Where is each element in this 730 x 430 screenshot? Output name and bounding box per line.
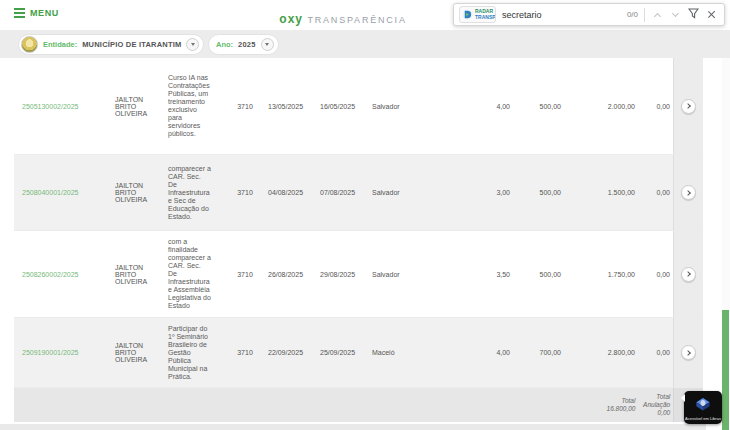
- pinned-action-column: [673, 231, 703, 317]
- find-next-button[interactable]: [669, 7, 681, 23]
- annulment-total: Total Anulação 0,00: [638, 388, 673, 422]
- caret-down-icon: [191, 43, 195, 46]
- daily-quantity: 4,00: [463, 103, 513, 110]
- entity-value: MUNICÍPIO DE ITARANTIM: [82, 40, 181, 49]
- destination: Salvador: [369, 189, 463, 196]
- row-detail-button[interactable]: [681, 99, 696, 114]
- grand-total-value: 16.800,00: [568, 405, 636, 413]
- radar-transparencia-extension-chip[interactable]: RADAR TRANSP: [459, 6, 496, 23]
- annulment-total-value: 0,00: [641, 409, 670, 417]
- daily-unit-value: 500,00: [513, 271, 564, 278]
- annulment-value: 0,00: [638, 103, 673, 110]
- pinned-action-column: [673, 318, 703, 387]
- table-row: 2508040001/2025 JAILTON BRITO OLIVEIRA c…: [14, 155, 703, 231]
- departure-date: 13/05/2025: [265, 103, 317, 110]
- vertical-scrollbar-track[interactable]: [722, 58, 730, 424]
- footer-spacer: [19, 388, 565, 422]
- requester-name: JAILTON BRITO OLIVEIRA: [112, 182, 165, 203]
- radar-extension-icon: [462, 6, 473, 23]
- total-value: 1.500,00: [564, 189, 638, 196]
- chevron-up-icon: [653, 12, 660, 19]
- logo-transparencia-text: TRANSPARÊNCIA: [307, 15, 406, 25]
- grand-total-label: Total: [568, 397, 636, 405]
- grand-total: Total 16.800,00: [565, 388, 639, 422]
- daily-quantity: 3,00: [463, 189, 513, 196]
- extension-name: RADAR TRANSP: [475, 9, 496, 20]
- trip-description: Participar do 1º Seminário Brasileiro de…: [165, 320, 225, 386]
- process-number-link[interactable]: 2505130002/2025: [19, 103, 112, 110]
- diarias-table: 2505130002/2025 JAILTON BRITO OLIVEIRA C…: [14, 58, 703, 422]
- total-value: 1.750,00: [564, 271, 638, 278]
- trip-description: Curso IA nas Contratações Públicas, um t…: [165, 69, 225, 143]
- topbar: MENU oxy TRANSPARÊNCIA RADAR TRANSP secr…: [0, 0, 730, 30]
- process-number-link[interactable]: 2509190001/2025: [19, 349, 112, 356]
- find-filter-button[interactable]: [687, 7, 699, 23]
- annulment-value: 0,00: [638, 189, 673, 196]
- total-value: 2.800,00: [564, 349, 638, 356]
- row-detail-button[interactable]: [681, 185, 696, 200]
- vlibras-widget[interactable]: Acessível em Libras: [684, 391, 722, 424]
- chevron-down-icon: [671, 9, 678, 16]
- menu-button[interactable]: MENU: [14, 8, 59, 18]
- close-icon: [707, 10, 716, 19]
- oxy-transparencia-app: MENU oxy TRANSPARÊNCIA RADAR TRANSP secr…: [0, 0, 730, 430]
- total-value: 2.000,00: [564, 103, 638, 110]
- departure-date: 26/08/2025: [265, 271, 317, 278]
- daily-unit-value: 500,00: [513, 189, 564, 196]
- return-date: 07/08/2025: [317, 189, 369, 196]
- find-in-page-bar: RADAR TRANSP secretario 0/0: [453, 3, 725, 26]
- destination: Salvador: [369, 103, 463, 110]
- logo-oxy-text: oxy: [279, 12, 303, 26]
- entity-crest-icon: [21, 36, 38, 53]
- annulment-value: 0,00: [638, 349, 673, 356]
- budget-code: 3710: [225, 349, 265, 356]
- destination: Salvador: [369, 271, 463, 278]
- process-number-link[interactable]: 2508260002/2025: [19, 271, 112, 278]
- table-row: 2505130002/2025 JAILTON BRITO OLIVEIRA C…: [14, 58, 703, 155]
- menu-label: MENU: [30, 8, 59, 18]
- annulment-value: 0,00: [638, 271, 673, 278]
- destination: Maceió: [369, 349, 463, 356]
- find-previous-button[interactable]: [651, 7, 663, 23]
- horizontal-scrollbar-track[interactable]: [0, 424, 706, 430]
- row-detail-button[interactable]: [681, 345, 696, 360]
- totals-footer-row: Total 16.800,00 Total Anulação 0,00: [14, 388, 703, 422]
- year-value: 2025: [238, 40, 256, 49]
- process-number-link[interactable]: 2508040001/2025: [19, 189, 112, 196]
- entity-dropdown-caret[interactable]: [186, 38, 199, 51]
- departure-date: 04/08/2025: [265, 189, 317, 196]
- trip-description: com a finalidade comparecer a CAR. Sec. …: [165, 233, 225, 315]
- caret-down-icon: [265, 43, 269, 46]
- daily-unit-value: 700,00: [513, 349, 564, 356]
- chevron-right-icon: [685, 350, 691, 356]
- find-close-button[interactable]: [705, 7, 717, 23]
- hamburger-icon: [14, 8, 25, 17]
- departure-date: 22/09/2025: [265, 349, 317, 356]
- return-date: 16/05/2025: [317, 103, 369, 110]
- budget-code: 3710: [225, 271, 265, 278]
- return-date: 25/09/2025: [317, 349, 369, 356]
- return-date: 29/08/2025: [317, 271, 369, 278]
- vlibras-hands-icon: [693, 395, 713, 415]
- find-match-count: 0/0: [627, 10, 638, 19]
- daily-unit-value: 500,00: [513, 103, 564, 110]
- table-row: 2509190001/2025 JAILTON BRITO OLIVEIRA P…: [14, 318, 703, 388]
- vlibras-label: Acessível em Libras: [685, 416, 721, 421]
- pinned-action-column: [673, 58, 703, 154]
- find-query-input[interactable]: secretario: [502, 10, 621, 20]
- requester-name: JAILTON BRITO OLIVEIRA: [112, 264, 165, 285]
- chevron-right-icon: [685, 190, 691, 196]
- divider: [644, 8, 645, 22]
- budget-code: 3710: [225, 103, 265, 110]
- chevron-right-icon: [685, 271, 691, 277]
- vertical-scrollbar-thumb[interactable]: [722, 310, 729, 430]
- oxy-transparencia-logo: oxy TRANSPARÊNCIA: [279, 9, 406, 27]
- requester-name: JAILTON BRITO OLIVEIRA: [112, 342, 165, 363]
- row-detail-button[interactable]: [681, 267, 696, 282]
- entity-selector[interactable]: Entidade: MUNICÍPIO DE ITARANTIM: [18, 34, 204, 55]
- daily-quantity: 3,50: [463, 271, 513, 278]
- budget-code: 3710: [225, 189, 265, 196]
- year-dropdown-caret[interactable]: [261, 38, 274, 51]
- year-selector[interactable]: Ano: 2025: [208, 34, 279, 55]
- daily-quantity: 4,00: [463, 349, 513, 356]
